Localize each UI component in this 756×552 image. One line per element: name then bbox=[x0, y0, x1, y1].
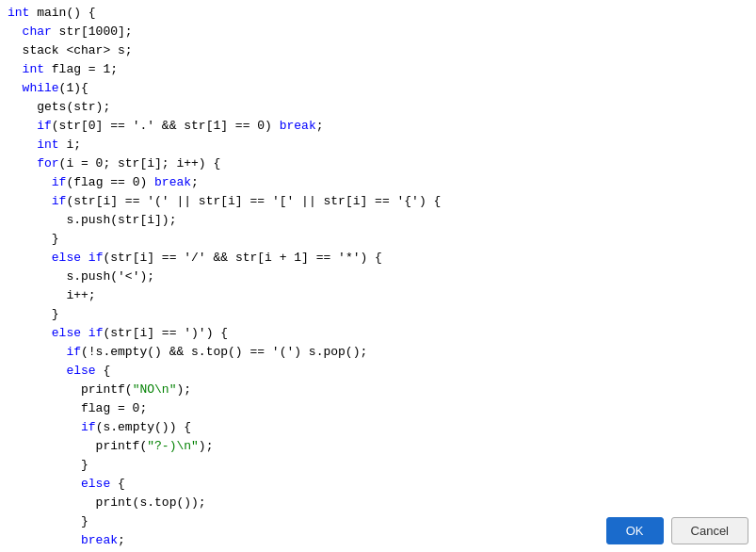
table-row: int i; bbox=[0, 136, 756, 154]
code-token: printf( bbox=[8, 381, 133, 399]
code-token: ; bbox=[316, 117, 324, 136]
code-token: if bbox=[8, 343, 81, 362]
table-row: stack <char> s; bbox=[0, 41, 756, 60]
table-row: int main() { bbox=[0, 4, 756, 23]
table-row: else { bbox=[0, 362, 756, 381]
code-token: else bbox=[8, 362, 96, 381]
code-token: int bbox=[8, 60, 44, 79]
code-token: print(s.top()); bbox=[8, 494, 206, 512]
code-token: while bbox=[8, 79, 59, 98]
code-token: || str[i] == bbox=[169, 192, 272, 211]
code-token: '*' bbox=[338, 249, 360, 268]
code-token: ); bbox=[139, 268, 154, 286]
code-token: else bbox=[8, 475, 110, 494]
code-token: if bbox=[8, 192, 66, 211]
table-row: s.push(str[i]); bbox=[0, 211, 756, 230]
code-token: else bbox=[8, 324, 81, 343]
code-token: ); bbox=[199, 437, 214, 456]
code-token: ); bbox=[176, 381, 191, 399]
code-token: (i = 0; str[i]; i++) { bbox=[59, 154, 221, 173]
table-row: int flag = 1; bbox=[0, 60, 756, 79]
code-token: break bbox=[280, 117, 316, 136]
code-token: i++; bbox=[8, 286, 96, 305]
code-token: int bbox=[8, 136, 59, 154]
table-row: if(flag == 0) break; bbox=[0, 173, 756, 192]
code-token: } bbox=[8, 512, 88, 531]
ok-button[interactable]: OK bbox=[606, 517, 664, 544]
table-row: flag = 0; bbox=[0, 399, 756, 418]
code-token: (!s.empty() && s.top() == bbox=[81, 343, 272, 362]
code-token: (str[i] == bbox=[103, 249, 184, 268]
code-token: else bbox=[8, 249, 81, 268]
code-token: } bbox=[8, 305, 59, 324]
code-token: "?-)\n" bbox=[147, 437, 199, 456]
code-token: str[1000]; bbox=[52, 23, 133, 41]
code-token: '(' bbox=[272, 343, 294, 362]
code-token: ; bbox=[118, 531, 125, 550]
code-token: ) { bbox=[361, 249, 382, 268]
code-token: '[' bbox=[272, 192, 294, 211]
table-row: } bbox=[0, 456, 756, 475]
code-token: ) { bbox=[419, 192, 441, 211]
table-row: char str[1000]; bbox=[0, 23, 756, 41]
code-token bbox=[81, 324, 88, 343]
table-row: i++; bbox=[0, 286, 756, 305]
code-lines: int main() { char str[1000]; stack <char… bbox=[0, 4, 756, 552]
code-token: '{' bbox=[397, 192, 419, 211]
code-token: } bbox=[8, 230, 59, 249]
code-token: (flag == 0) bbox=[66, 173, 154, 192]
code-token: s; bbox=[110, 41, 132, 60]
table-row: gets(str); bbox=[0, 98, 756, 117]
code-token: ')' bbox=[184, 324, 205, 343]
code-token: stack bbox=[8, 41, 59, 60]
code-token: && str[i + 1] == bbox=[206, 249, 338, 268]
code-token: { bbox=[96, 362, 111, 381]
code-token: flag = 0; bbox=[8, 399, 147, 418]
code-token: ) { bbox=[206, 324, 228, 343]
code-token: gets(str); bbox=[8, 98, 110, 117]
table-row: } bbox=[0, 305, 756, 324]
code-token: s.push(str[i]); bbox=[8, 211, 176, 230]
table-row: } bbox=[0, 230, 756, 249]
code-token: for bbox=[8, 154, 59, 173]
code-token: if bbox=[8, 418, 96, 437]
code-token: (1){ bbox=[59, 79, 88, 98]
code-token: printf( bbox=[8, 437, 147, 456]
code-token: } bbox=[8, 456, 88, 475]
table-row: s.push('<'); bbox=[0, 268, 756, 286]
table-row: else { bbox=[0, 475, 756, 494]
code-token: char bbox=[8, 23, 52, 41]
table-row: else if(str[i] == '/' && str[i + 1] == '… bbox=[0, 249, 756, 268]
code-token: '.' bbox=[133, 117, 154, 136]
table-row: if(!s.empty() && s.top() == '(') s.pop()… bbox=[0, 343, 756, 362]
cancel-button[interactable]: Cancel bbox=[671, 517, 748, 544]
code-token: '/' bbox=[184, 249, 205, 268]
bottom-buttons: OK Cancel bbox=[599, 510, 756, 552]
code-token: <char> bbox=[59, 41, 111, 60]
code-token: || str[i] == bbox=[294, 192, 396, 211]
code-token: int bbox=[8, 4, 29, 23]
table-row: for(i = 0; str[i]; i++) { bbox=[0, 154, 756, 173]
table-row: if(str[i] == '(' || str[i] == '[' || str… bbox=[0, 192, 756, 211]
code-token: (str[i] == bbox=[66, 192, 147, 211]
table-row: printf("?-)\n"); bbox=[0, 437, 756, 456]
code-token: ; bbox=[191, 173, 199, 192]
code-token: '<' bbox=[118, 268, 139, 286]
code-token: if bbox=[88, 324, 104, 343]
code-container: int main() { char str[1000]; stack <char… bbox=[0, 0, 756, 552]
code-token: main() { bbox=[29, 4, 95, 23]
code-token: break bbox=[154, 173, 191, 192]
code-token: flag = 1; bbox=[44, 60, 118, 79]
code-token: i; bbox=[59, 136, 81, 154]
code-token: if bbox=[8, 117, 52, 136]
code-token: break bbox=[8, 531, 118, 550]
table-row: else if(str[i] == ')') { bbox=[0, 324, 756, 343]
code-token: '(' bbox=[147, 192, 169, 211]
code-token: && str[1] == 0) bbox=[154, 117, 280, 136]
code-token: if bbox=[8, 173, 66, 192]
code-token: (str[i] == bbox=[103, 324, 184, 343]
code-token: { bbox=[110, 475, 125, 494]
code-token: if bbox=[88, 249, 104, 268]
table-row: printf("NO\n"); bbox=[0, 381, 756, 399]
code-token: "NO\n" bbox=[133, 381, 177, 399]
